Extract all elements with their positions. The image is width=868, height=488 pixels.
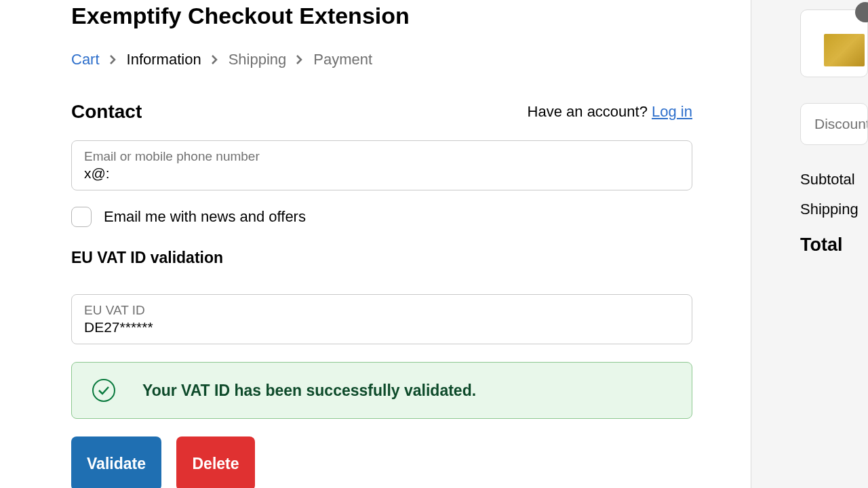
check-circle-icon bbox=[92, 379, 115, 402]
email-input-wrapper[interactable]: Email or mobile phone number bbox=[71, 140, 692, 190]
login-link[interactable]: Log in bbox=[652, 103, 692, 120]
quantity-badge bbox=[855, 2, 868, 22]
breadcrumb: Cart Information Shipping Payment bbox=[71, 51, 751, 68]
newsletter-checkbox-row: Email me with news and offers bbox=[71, 207, 751, 227]
account-prompt-text: Have an account? bbox=[528, 103, 652, 120]
email-label: Email or mobile phone number bbox=[84, 149, 679, 164]
vat-success-banner: Your VAT ID has been successfully valida… bbox=[71, 362, 692, 419]
chevron-right-icon bbox=[211, 54, 219, 65]
vat-success-text: Your VAT ID has been successfully valida… bbox=[142, 382, 476, 400]
delete-button[interactable]: Delete bbox=[176, 436, 255, 488]
contact-header: Contact Have an account? Log in bbox=[71, 101, 692, 123]
vat-input-wrapper[interactable]: EU VAT ID bbox=[71, 294, 692, 344]
account-prompt: Have an account? Log in bbox=[528, 103, 692, 121]
vat-field[interactable] bbox=[84, 319, 679, 336]
total-label: Total bbox=[800, 235, 868, 256]
chevron-right-icon bbox=[109, 54, 117, 65]
page-title: Exemptify Checkout Extension bbox=[71, 3, 751, 29]
vat-label: EU VAT ID bbox=[84, 303, 679, 318]
discount-placeholder: Discount bbox=[814, 116, 868, 131]
discount-input-wrapper[interactable]: Discount bbox=[800, 103, 868, 145]
validate-button[interactable]: Validate bbox=[71, 436, 161, 488]
order-summary: Subtotal Shipping Total bbox=[800, 171, 868, 256]
contact-heading: Contact bbox=[71, 101, 142, 123]
order-summary-panel: Discount Subtotal Shipping Total bbox=[751, 0, 868, 488]
breadcrumb-information: Information bbox=[127, 51, 201, 68]
chevron-right-icon bbox=[296, 54, 304, 65]
shipping-label: Shipping bbox=[800, 201, 868, 218]
product-thumbnail bbox=[800, 9, 868, 77]
vat-button-row: Validate Delete bbox=[71, 436, 751, 488]
product-image bbox=[824, 34, 865, 66]
breadcrumb-shipping: Shipping bbox=[229, 51, 287, 68]
vat-heading: EU VAT ID validation bbox=[71, 249, 751, 267]
newsletter-checkbox[interactable] bbox=[71, 207, 92, 227]
newsletter-label: Email me with news and offers bbox=[104, 208, 306, 226]
breadcrumb-payment: Payment bbox=[313, 51, 372, 68]
subtotal-label: Subtotal bbox=[800, 171, 868, 188]
breadcrumb-cart[interactable]: Cart bbox=[71, 51, 100, 68]
email-field[interactable] bbox=[84, 165, 679, 182]
checkout-main-panel: Exemptify Checkout Extension Cart Inform… bbox=[0, 0, 751, 488]
